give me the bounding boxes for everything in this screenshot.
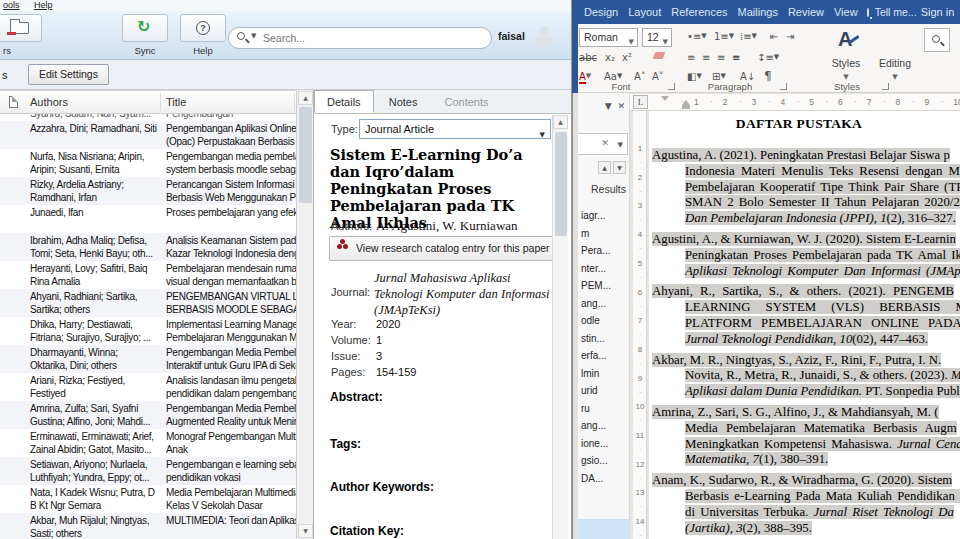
username[interactable]: faisal xyxy=(498,30,525,42)
search-dropdown-icon[interactable]: ▼ xyxy=(251,32,256,40)
ribbon-tab-view[interactable]: View xyxy=(829,6,863,18)
nav-result-item[interactable]: Pera... xyxy=(578,242,630,260)
reference-list-row[interactable]: Nata, I Kadek Wisnu; Putra, DB Kt Ngr Se… xyxy=(0,485,296,513)
clear-formatting-icon[interactable] xyxy=(653,52,666,59)
nav-result-item[interactable]: iagr... xyxy=(578,207,630,225)
reference-list-row[interactable]: Azzahra, Dini; Ramadhani, SitiPengembang… xyxy=(0,121,296,149)
tell-me-button[interactable]: Tell me... xyxy=(871,6,921,18)
reference-list-row[interactable]: Ibrahim, Adha Maliq; Defisa,Tomi; Seta, … xyxy=(0,233,296,261)
sync-button[interactable]: ↻ xyxy=(122,14,168,42)
scroll-down-icon[interactable]: ▼ xyxy=(298,524,313,538)
edit-settings-button[interactable]: Edit Settings xyxy=(28,64,109,85)
catalog-entry-button[interactable]: View research catalog entry for this pap… xyxy=(329,236,553,261)
ribbon-tab-references[interactable]: References xyxy=(666,6,732,18)
reference-paragraph[interactable]: Agustina, A. (2021). Peningkatan Prestas… xyxy=(652,148,960,227)
tab-notes[interactable]: Notes xyxy=(377,91,430,112)
nav-result-item[interactable]: erfa... xyxy=(578,347,630,365)
nav-pane-close-icon[interactable]: ▼ ✕ xyxy=(605,101,625,111)
styles-gallery-icon[interactable]: A xyxy=(838,28,852,51)
nav-result-item[interactable]: ang... xyxy=(578,417,630,435)
scroll-up-icon[interactable]: ▲ xyxy=(298,91,313,105)
scroll-thumb[interactable] xyxy=(299,107,312,203)
reference-list-row[interactable]: Erminawati, Erminawati; Arief,Zainal Abi… xyxy=(0,429,296,457)
nav-result-item[interactable]: stin... xyxy=(578,330,630,348)
authors-value[interactable]: A. Agustini, W. Kurniawan xyxy=(376,218,518,234)
pages-value[interactable]: 154-159 xyxy=(376,366,416,378)
search-input[interactable] xyxy=(263,30,463,46)
horizontal-ruler[interactable]: L ·1·2·3·4·5·6·7·8·9·10 xyxy=(630,94,960,111)
nav-result-item[interactable]: nter... xyxy=(578,260,630,278)
reference-list-row[interactable]: Ariani, Rizka; Festiyed,FestiyedAnalisis… xyxy=(0,373,296,401)
volume-value[interactable]: 1 xyxy=(376,334,382,346)
scroll-up-icon[interactable]: ▲ xyxy=(553,115,568,129)
nav-result-item[interactable]: PEM... xyxy=(578,277,630,295)
align-left-icon[interactable]: ≡ xyxy=(687,52,695,63)
vertical-ruler[interactable]: 1·2·3·4·5·6·7·8·9·10·11·12·13·14· xyxy=(633,111,647,539)
first-line-indent-marker[interactable] xyxy=(661,96,669,101)
nav-result-item[interactable]: ione... xyxy=(578,435,630,453)
reference-list-row[interactable]: Herayanti, Lovy; Safitri, BaiqRina Amali… xyxy=(0,261,296,289)
align-center-icon[interactable]: ≡ xyxy=(702,52,710,63)
nav-selected-result[interactable] xyxy=(578,519,630,539)
reference-list-row[interactable]: Nurfa, Nisa Nisriana; Aripin,Aripin; Sus… xyxy=(0,149,296,177)
ribbon-tab-review[interactable]: Review xyxy=(783,6,829,18)
column-title[interactable]: Title xyxy=(166,96,186,108)
next-result-button[interactable]: ▼ xyxy=(613,161,626,174)
menu-help[interactable]: Help xyxy=(34,0,53,11)
tab-details[interactable]: Details xyxy=(314,90,374,113)
numbered-list-icon[interactable]: 1≡▼ xyxy=(714,31,734,42)
document-page[interactable]: DAFTAR PUSTAKA Agustina, A. (2021). Peni… xyxy=(649,111,960,539)
styles-button[interactable]: Styles ▼ xyxy=(824,57,868,83)
nav-result-item[interactable]: ang... xyxy=(578,295,630,313)
clear-search-icon[interactable]: ✕ xyxy=(601,138,609,148)
type-select[interactable]: Journal Article ▼ xyxy=(359,119,551,139)
nav-result-item[interactable]: odle xyxy=(578,312,630,330)
nav-result-item[interactable]: lmin xyxy=(578,365,630,383)
year-value[interactable]: 2020 xyxy=(376,318,400,330)
editing-button[interactable]: Editing ▼ xyxy=(872,57,918,83)
increase-indent-icon[interactable]: ⇥ xyxy=(786,31,794,42)
multilevel-list-icon[interactable]: ⁞≡▼ xyxy=(740,31,757,42)
reference-paragraph[interactable]: Ahyani, R., Sartika, S., & others. (2021… xyxy=(652,284,960,347)
reference-list-row[interactable]: Dharmayanti, Winna;Oktarika, Dini; other… xyxy=(0,345,296,373)
scroll-thumb[interactable] xyxy=(555,132,567,236)
decrease-indent-icon[interactable]: ⇤ xyxy=(770,31,778,42)
sign-in-button[interactable]: Sign in xyxy=(921,6,955,18)
reference-list-row[interactable]: Rizky, Ardelia Astriany;Ramdhani, IrfanP… xyxy=(0,177,296,205)
reference-paragraph[interactable]: Amrina, Z., Sari, S. G., Alfino, J., & M… xyxy=(652,405,960,468)
nav-result-item[interactable]: DA... xyxy=(578,470,630,488)
chevron-down-icon[interactable]: ▼ xyxy=(618,141,623,149)
avatar[interactable] xyxy=(534,24,555,48)
nav-result-item[interactable]: gsio... xyxy=(578,452,630,470)
nav-result-item[interactable]: ru xyxy=(578,400,630,418)
reference-paragraph[interactable]: Anam, K., Sudarwo, R., & Wiradharma, G. … xyxy=(652,473,960,536)
document-heading[interactable]: DAFTAR PUSTAKA xyxy=(649,116,949,132)
reference-list-row[interactable]: Syahru, Salam; Nan, Syam...Pengembangan xyxy=(0,114,296,121)
ribbon-tab-layout[interactable]: Layout xyxy=(623,6,666,18)
dialog-launcher-icon[interactable] xyxy=(882,83,889,90)
column-divider[interactable] xyxy=(160,93,161,111)
list-scrollbar[interactable]: ▲ ▼ xyxy=(296,90,313,539)
subscript-icon[interactable]: x₂ xyxy=(605,52,615,63)
dialog-launcher-icon[interactable] xyxy=(780,83,787,90)
reference-list-row[interactable]: Amrina, Zulfa; Sari, SyafniGustina; Alfi… xyxy=(0,401,296,429)
superscript-icon[interactable]: x² xyxy=(622,52,632,63)
search-box[interactable]: ▼ xyxy=(228,27,492,49)
ribbon-tab-design[interactable]: Design xyxy=(579,6,623,18)
column-authors[interactable]: Authors xyxy=(30,96,68,108)
tab-selector[interactable]: L xyxy=(633,95,648,109)
reference-list-row[interactable]: Dhika, Harry; Destiawati,Fitriana; Suraj… xyxy=(0,317,296,345)
reference-list-row[interactable]: Akbar, Muh Rijalul; Ningtyas,Sasti; othe… xyxy=(0,513,296,539)
remove-folder-button[interactable] xyxy=(0,14,42,42)
font-size-combo[interactable]: 12 ▼ xyxy=(642,28,672,47)
help-button[interactable]: ? xyxy=(180,14,226,42)
align-right-icon[interactable]: ≡ xyxy=(717,52,725,63)
attachment-column-icon[interactable] xyxy=(9,96,18,108)
nav-search-box[interactable]: ✕ ▼ xyxy=(578,133,628,155)
reference-paragraph[interactable]: Agustini, A., & Kurniawan, W. J. (2020).… xyxy=(652,232,960,279)
issue-value[interactable]: 3 xyxy=(376,350,382,362)
menu-tools[interactable]: ools xyxy=(3,0,20,11)
previous-result-button[interactable]: ▲ xyxy=(598,161,611,174)
justify-icon[interactable]: ≡ xyxy=(732,52,740,63)
nav-result-item[interactable]: m xyxy=(578,225,630,243)
